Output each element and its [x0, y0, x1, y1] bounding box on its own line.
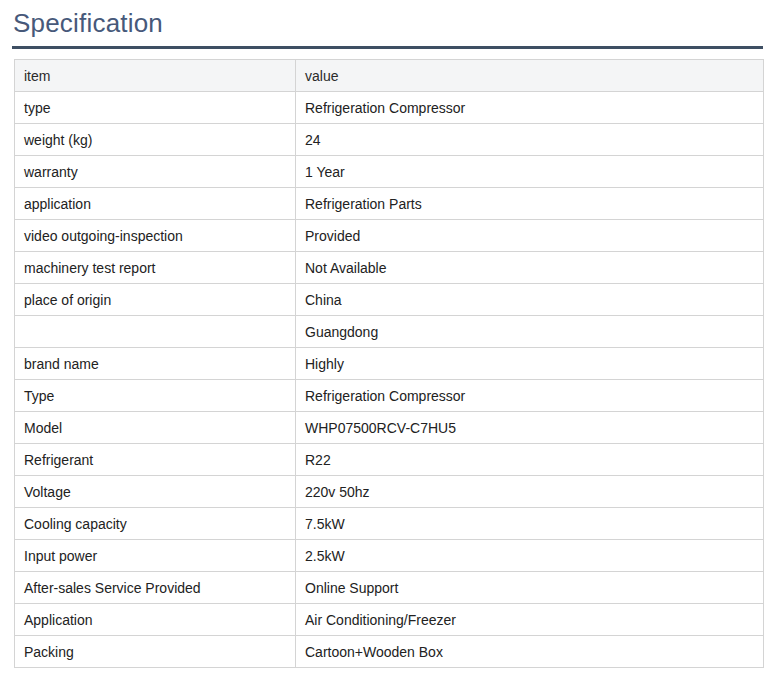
item-cell: Voltage [15, 476, 296, 508]
item-cell: Type [15, 380, 296, 412]
table-row: weight (kg)24 [15, 124, 764, 156]
table-row: After-sales Service ProvidedOnline Suppo… [15, 572, 764, 604]
value-cell: Guangdong [296, 316, 764, 348]
item-cell [15, 316, 296, 348]
value-cell: Air Conditioning/Freezer [296, 604, 764, 636]
table-row: Voltage220v 50hz [15, 476, 764, 508]
table-row: typeRefrigeration Compressor [15, 92, 764, 124]
value-cell: 2.5kW [296, 540, 764, 572]
value-cell: Refrigeration Compressor [296, 92, 764, 124]
table-row: video outgoing-inspectionProvided [15, 220, 764, 252]
value-cell: Refrigeration Compressor [296, 380, 764, 412]
column-header-value: value [296, 60, 764, 92]
item-cell: warranty [15, 156, 296, 188]
value-cell: Online Support [296, 572, 764, 604]
table-row: brand nameHighly [15, 348, 764, 380]
item-cell: video outgoing-inspection [15, 220, 296, 252]
item-cell: brand name [15, 348, 296, 380]
value-cell: 7.5kW [296, 508, 764, 540]
item-cell: Refrigerant [15, 444, 296, 476]
table-row: machinery test reportNot Available [15, 252, 764, 284]
value-cell: Highly [296, 348, 764, 380]
table-row: ModelWHP07500RCV-C7HU5 [15, 412, 764, 444]
item-cell: Cooling capacity [15, 508, 296, 540]
table-row: TypeRefrigeration Compressor [15, 380, 764, 412]
value-cell: 220v 50hz [296, 476, 764, 508]
column-header-item: item [15, 60, 296, 92]
value-cell: China [296, 284, 764, 316]
value-cell: Cartoon+Wooden Box [296, 636, 764, 668]
value-cell: Refrigeration Parts [296, 188, 764, 220]
value-cell: WHP07500RCV-C7HU5 [296, 412, 764, 444]
page-title: Specification [12, 4, 763, 40]
item-cell: Packing [15, 636, 296, 668]
item-cell: type [15, 92, 296, 124]
specification-section: Specification item value typeRefrigerati… [0, 0, 773, 675]
item-cell: application [15, 188, 296, 220]
item-cell: machinery test report [15, 252, 296, 284]
table-body: typeRefrigeration Compressorweight (kg)2… [15, 92, 764, 668]
table-row: Cooling capacity7.5kW [15, 508, 764, 540]
item-cell: Model [15, 412, 296, 444]
item-cell: Input power [15, 540, 296, 572]
table-row: RefrigerantR22 [15, 444, 764, 476]
table-row: Guangdong [15, 316, 764, 348]
table-row: applicationRefrigeration Parts [15, 188, 764, 220]
table-header-row: item value [15, 60, 764, 92]
item-cell: After-sales Service Provided [15, 572, 296, 604]
value-cell: R22 [296, 444, 764, 476]
table-row: PackingCartoon+Wooden Box [15, 636, 764, 668]
item-cell: Application [15, 604, 296, 636]
item-cell: place of origin [15, 284, 296, 316]
value-cell: 1 Year [296, 156, 764, 188]
table-row: place of originChina [15, 284, 764, 316]
specification-table: item value typeRefrigeration Compressorw… [14, 59, 764, 668]
value-cell: Not Available [296, 252, 764, 284]
item-cell: weight (kg) [15, 124, 296, 156]
value-cell: Provided [296, 220, 764, 252]
table-row: warranty1 Year [15, 156, 764, 188]
value-cell: 24 [296, 124, 764, 156]
title-divider [12, 46, 763, 49]
table-row: Input power2.5kW [15, 540, 764, 572]
table-row: ApplicationAir Conditioning/Freezer [15, 604, 764, 636]
